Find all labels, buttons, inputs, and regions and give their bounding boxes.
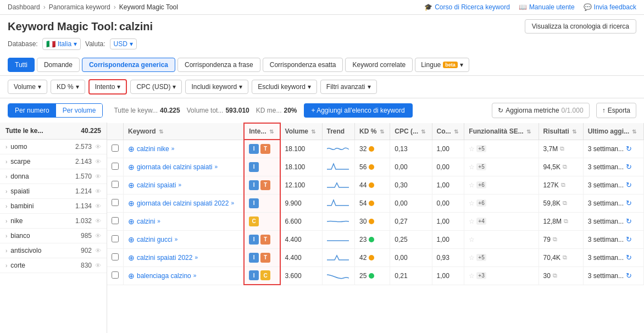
sidebar-item[interactable]: ›scarpe 2.143👁 xyxy=(0,154,107,169)
row-checkbox[interactable] xyxy=(112,253,119,260)
eye-icon[interactable]: 👁 xyxy=(95,158,101,165)
col-updated[interactable]: Ultimo aggi... ⇅ xyxy=(583,123,643,140)
add-keyword-icon[interactable]: ⊕ xyxy=(128,163,135,171)
refresh-icon[interactable]: ↻ xyxy=(626,145,632,153)
add-keyword-icon[interactable]: ⊕ xyxy=(128,145,135,153)
col-keyword[interactable]: Keyword ⇅ xyxy=(124,123,245,140)
refresh-icon[interactable]: ↻ xyxy=(626,253,632,262)
tab-lingue[interactable]: Lingue beta ▾ xyxy=(415,58,469,72)
keyword-link[interactable]: calzini xyxy=(137,218,155,225)
keyword-link[interactable]: balenciaga calzino xyxy=(137,272,191,280)
refresh-icon[interactable]: ↻ xyxy=(626,271,632,280)
filter-kd[interactable]: KD % ▾ xyxy=(51,80,85,94)
add-keyword-icon[interactable]: ⊕ xyxy=(128,253,135,262)
add-keyword-icon[interactable]: ⊕ xyxy=(128,217,135,226)
col-trend[interactable]: Trend xyxy=(322,123,354,140)
col-com[interactable]: Co... ⇅ xyxy=(432,123,464,140)
sidebar-item[interactable]: ›uomo 2.573👁 xyxy=(0,140,107,154)
keyword-link[interactable]: calzini gucci xyxy=(137,236,173,243)
keyword-link[interactable]: giornata dei calzini spaiati 2022 xyxy=(137,199,229,207)
filter-avanzati[interactable]: Filtri avanzati ▾ xyxy=(320,80,377,94)
copy-icon[interactable]: ⧉ xyxy=(561,181,565,188)
keyword-arrows-icon[interactable]: » xyxy=(178,182,181,188)
filter-cpc[interactable]: CPC (USD) ▾ xyxy=(130,80,182,94)
row-checkbox[interactable] xyxy=(112,217,119,224)
currency-select[interactable]: USD ▾ xyxy=(110,38,137,49)
breadcrumb-dashboard[interactable]: Dashboard xyxy=(8,3,40,11)
database-select[interactable]: 🇮🇹 Italia ▾ xyxy=(42,38,81,50)
row-checkbox[interactable] xyxy=(112,163,119,170)
tab-domande[interactable]: Domande xyxy=(37,58,80,72)
add-keyword-icon[interactable]: ⊕ xyxy=(128,271,135,280)
tab-corrisp-esatta[interactable]: Corrispondenza esatta xyxy=(263,58,343,72)
tab-corrisp-frase[interactable]: Corrispondenza a frase xyxy=(177,58,260,72)
filter-intento[interactable]: Intento ▾ xyxy=(88,79,127,95)
keyword-link[interactable]: calzini nike xyxy=(137,145,169,153)
eye-icon[interactable]: 👁 xyxy=(95,188,101,195)
row-checkbox[interactable] xyxy=(112,235,119,242)
breadcrumb-panoramica[interactable]: Panoramica keyword xyxy=(49,3,110,11)
add-list-button[interactable]: + Aggiungi all'elenco di keyword xyxy=(304,103,413,118)
filter-escludi[interactable]: Escludi keyword ▾ xyxy=(252,80,317,94)
keyword-arrows-icon[interactable]: » xyxy=(157,218,160,224)
filter-includi[interactable]: Includi keyword ▾ xyxy=(185,80,248,94)
eye-icon[interactable]: 👁 xyxy=(95,247,101,254)
sidebar-item[interactable]: ›bambini 1.134👁 xyxy=(0,199,107,214)
row-checkbox[interactable] xyxy=(112,271,119,279)
keyword-arrows-icon[interactable]: » xyxy=(193,273,197,279)
refresh-icon[interactable]: ↻ xyxy=(626,199,632,207)
add-keyword-icon[interactable]: ⊕ xyxy=(128,235,135,244)
copy-icon[interactable]: ⧉ xyxy=(564,218,568,225)
refresh-icon[interactable]: ↻ xyxy=(626,181,632,189)
eye-icon[interactable]: 👁 xyxy=(95,173,101,180)
eye-icon[interactable]: 👁 xyxy=(95,262,101,269)
tab-tutti[interactable]: Tutti xyxy=(8,58,35,72)
copy-icon[interactable]: ⧉ xyxy=(553,272,557,279)
copy-icon[interactable]: ⧉ xyxy=(563,199,567,207)
export-button[interactable]: ↑ Esporta xyxy=(596,103,636,118)
corso-link[interactable]: 🎓 Corso di Ricerca keyword xyxy=(424,3,510,11)
keyword-arrows-icon[interactable]: » xyxy=(175,236,178,242)
add-keyword-icon[interactable]: ⊕ xyxy=(128,199,135,208)
keyword-link[interactable]: calzini spaiati xyxy=(137,181,176,189)
feedback-link[interactable]: 💬 Invia feedback xyxy=(584,3,636,11)
refresh-icon[interactable]: ↻ xyxy=(626,217,632,225)
view-per-numero[interactable]: Per numero xyxy=(8,104,56,117)
history-button[interactable]: Visualizza la cronologia di ricerca xyxy=(525,19,636,34)
row-checkbox[interactable] xyxy=(112,181,119,188)
eye-icon[interactable]: 👁 xyxy=(95,203,101,209)
col-cpc[interactable]: CPC (... ⇅ xyxy=(390,123,432,140)
col-features[interactable]: Funzionalità SE... ⇅ xyxy=(464,123,538,140)
sidebar-item[interactable]: ›antiscivolo 902👁 xyxy=(0,243,107,258)
keyword-arrows-icon[interactable]: » xyxy=(231,200,234,206)
keyword-link[interactable]: giornata dei calzini spaiati xyxy=(137,163,212,171)
tab-corrisp-generica[interactable]: Corrispondenza generica xyxy=(82,58,175,72)
manuale-link[interactable]: 📖 Manuale utente xyxy=(519,3,575,11)
keyword-arrows-icon[interactable]: » xyxy=(171,146,175,152)
sidebar-item[interactable]: ›corte 830👁 xyxy=(0,258,107,273)
view-per-volume[interactable]: Per volume xyxy=(56,104,103,117)
keyword-link[interactable]: calzini spaiati 2022 xyxy=(137,254,192,262)
copy-icon[interactable]: ⧉ xyxy=(553,236,557,243)
keyword-arrows-icon[interactable]: » xyxy=(214,164,218,170)
sidebar-item[interactable]: ›nike 1.032👁 xyxy=(0,214,107,229)
col-results[interactable]: Risultati ⇅ xyxy=(538,123,583,140)
filter-volume[interactable]: Volume ▾ xyxy=(8,80,47,94)
sidebar-item[interactable]: ›spaiati 1.214👁 xyxy=(0,184,107,199)
row-checkbox[interactable] xyxy=(112,199,119,206)
copy-icon[interactable]: ⧉ xyxy=(560,145,564,152)
copy-icon[interactable]: ⧉ xyxy=(563,254,567,261)
eye-icon[interactable]: 👁 xyxy=(95,232,101,239)
refresh-icon[interactable]: ↻ xyxy=(626,163,632,171)
eye-icon[interactable]: 👁 xyxy=(95,218,101,224)
tab-keyword-correlate[interactable]: Keyword correlate xyxy=(345,58,413,72)
update-metrics-button[interactable]: ↻ Aggiorna metriche 0/1.000 xyxy=(492,103,589,118)
sidebar-item[interactable]: ›donna 1.570👁 xyxy=(0,169,107,184)
keyword-arrows-icon[interactable]: » xyxy=(195,254,198,260)
row-checkbox[interactable] xyxy=(112,145,119,152)
col-kd[interactable]: KD % ⇅ xyxy=(354,123,390,140)
sidebar-item[interactable]: ›bianco 985👁 xyxy=(0,229,107,243)
eye-icon[interactable]: 👁 xyxy=(95,143,101,150)
add-keyword-icon[interactable]: ⊕ xyxy=(128,181,135,190)
copy-icon[interactable]: ⧉ xyxy=(563,163,567,170)
